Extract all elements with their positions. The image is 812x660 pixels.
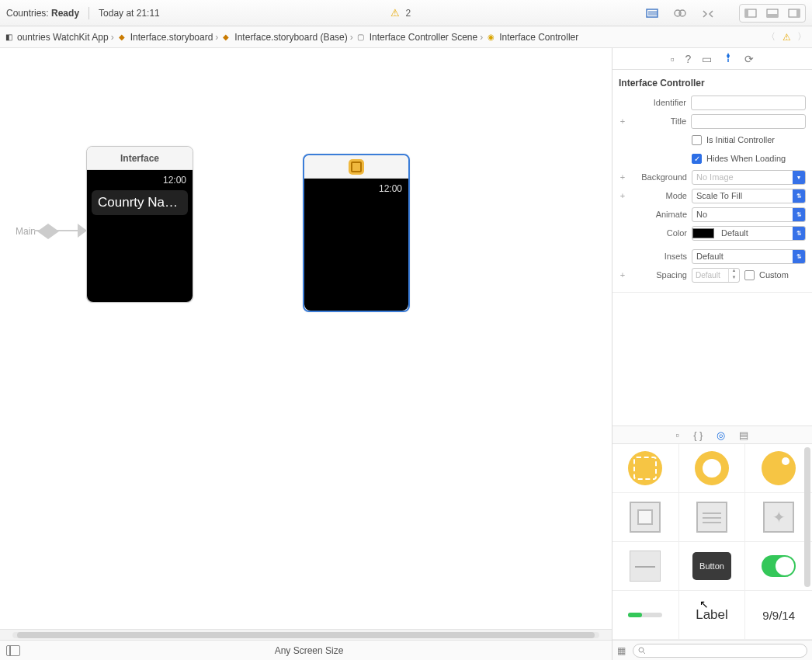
mode-label: Mode bbox=[631, 191, 687, 200]
svg-rect-0 bbox=[647, 9, 658, 17]
lib-separator[interactable] bbox=[612, 542, 679, 591]
background-label: Background bbox=[631, 172, 687, 182]
grid-view-toggle[interactable]: ▦ bbox=[617, 645, 628, 656]
assistant-editor-button[interactable] bbox=[669, 5, 691, 22]
library-scrollbar[interactable] bbox=[804, 447, 810, 587]
breadcrumb: ◧ountries WatchKit App › ◆Interface.stor… bbox=[0, 26, 812, 48]
is-initial-checkbox[interactable] bbox=[692, 135, 702, 145]
interface-scene-selected[interactable]: 12:00 bbox=[303, 154, 410, 312]
toggle-debug-area-button[interactable] bbox=[762, 5, 783, 21]
scene-titlebar[interactable] bbox=[304, 155, 408, 179]
toggle-navigator-button[interactable] bbox=[741, 5, 761, 21]
crumb-controller[interactable]: ◉Interface Controller bbox=[485, 32, 578, 43]
add-variation-button[interactable]: + bbox=[619, 116, 626, 126]
lib-label[interactable]: Label bbox=[679, 591, 746, 640]
attributes-inspector: Interface Controller Identifier + Title … bbox=[612, 70, 812, 293]
code-snippet-tab[interactable]: { } bbox=[693, 429, 703, 441]
lib-date[interactable]: 9/9/14 bbox=[745, 591, 812, 640]
file-template-tab[interactable]: ▫ bbox=[676, 429, 680, 441]
standard-editor-button[interactable] bbox=[641, 5, 663, 22]
toolbar: Countries: Ready Today at 21:11 ⚠ 2 bbox=[0, 0, 812, 26]
breadcrumb-nav: 〈 ⚠ 〉 bbox=[764, 30, 809, 43]
entry-label: Main bbox=[16, 226, 36, 237]
section-heading: Interface Controller bbox=[619, 75, 806, 93]
svg-point-5 bbox=[679, 10, 685, 16]
chevron-icon: › bbox=[215, 32, 218, 43]
inspector-tabs: ▫ ? ▭ ⟳ bbox=[612, 48, 812, 70]
add-variation-button[interactable]: + bbox=[619, 172, 626, 182]
history-forward-button[interactable]: 〉 bbox=[795, 30, 809, 43]
identifier-label: Identifier bbox=[631, 98, 686, 107]
warning-count[interactable]: 2 bbox=[406, 8, 411, 19]
crumb-scene[interactable]: ▢Interface Controller Scene bbox=[356, 32, 477, 43]
warning-icon[interactable]: ⚠ bbox=[390, 7, 400, 19]
build-status: Countries: Ready bbox=[6, 8, 79, 19]
svg-rect-9 bbox=[767, 14, 778, 17]
lib-switch[interactable] bbox=[745, 542, 812, 591]
attributes-inspector-tab[interactable] bbox=[723, 52, 734, 65]
file-inspector-tab[interactable]: ▫ bbox=[671, 53, 675, 65]
animate-label: Animate bbox=[631, 210, 687, 219]
interface-scene-main[interactable]: Interface 12:00 Counrty Na… bbox=[86, 146, 193, 303]
size-inspector-tab[interactable]: ⟳ bbox=[744, 53, 754, 65]
identifier-field[interactable] bbox=[691, 96, 806, 110]
insets-select[interactable]: Default⇅ bbox=[692, 249, 806, 264]
object-library[interactable]: Button Label 9/9/14 ↖ bbox=[612, 444, 812, 640]
is-initial-label: Is Initial Controller bbox=[706, 135, 775, 144]
crumb-app[interactable]: ◧ountries WatchKit App bbox=[3, 32, 109, 43]
custom-checkbox[interactable] bbox=[744, 270, 755, 280]
storyboard-icon: ◆ bbox=[116, 32, 127, 43]
quick-help-tab[interactable]: ? bbox=[685, 53, 692, 65]
horizontal-scrollbar[interactable] bbox=[0, 629, 612, 640]
status-time: 12:00 bbox=[92, 173, 188, 189]
media-library-tab[interactable]: ▤ bbox=[739, 429, 748, 441]
lib-image[interactable] bbox=[745, 493, 812, 542]
storyboard-canvas[interactable]: Main Interface 12:00 Counrty Na… bbox=[0, 48, 612, 629]
size-class-control[interactable]: Any Screen Size bbox=[26, 645, 592, 656]
table-row-cell[interactable]: Counrty Na… bbox=[92, 190, 188, 215]
crumb-storyboard[interactable]: ◆Interface.storyboard bbox=[116, 32, 213, 43]
title-label: Title bbox=[631, 116, 686, 126]
add-variation-button[interactable]: + bbox=[619, 191, 626, 200]
library-search-input[interactable] bbox=[633, 644, 807, 658]
watch-screen[interactable]: 12:00 bbox=[304, 179, 408, 311]
status-time: 12:00 bbox=[309, 182, 404, 197]
scene-title: Interface bbox=[87, 147, 193, 170]
animate-select[interactable]: No⇅ bbox=[692, 207, 806, 222]
svg-rect-11 bbox=[796, 9, 800, 17]
scene-icon: ▢ bbox=[356, 32, 366, 43]
document-outline-toggle[interactable] bbox=[6, 645, 20, 656]
interface-controller-icon[interactable] bbox=[349, 159, 364, 175]
issues-button[interactable]: ⚠ bbox=[779, 32, 793, 43]
watch-screen[interactable]: 12:00 Counrty Na… bbox=[87, 170, 193, 302]
utilities-panel: ▫ ? ▭ ⟳ Interface Controller Identifier … bbox=[612, 48, 812, 660]
spacing-label: Spacing bbox=[631, 270, 687, 280]
title-field[interactable] bbox=[691, 114, 806, 129]
identity-inspector-tab[interactable]: ▭ bbox=[702, 53, 712, 65]
spacing-stepper[interactable]: Default▲▼ bbox=[692, 268, 740, 283]
insets-label: Insets bbox=[631, 252, 687, 261]
color-select[interactable]: Default⇅ bbox=[692, 226, 806, 241]
lib-interface-controller[interactable] bbox=[612, 444, 679, 493]
toggle-utilities-button[interactable] bbox=[784, 5, 804, 21]
history-back-button[interactable]: 〈 bbox=[764, 30, 778, 43]
canvas-footer: Any Screen Size bbox=[0, 640, 612, 660]
svg-rect-6 bbox=[745, 9, 756, 17]
hides-loading-checkbox[interactable]: ✓ bbox=[692, 154, 702, 164]
lib-button[interactable]: Button bbox=[679, 542, 746, 591]
entry-point-arrow[interactable]: Main bbox=[16, 224, 59, 239]
crumb-base[interactable]: ◆Interface.storyboard (Base) bbox=[220, 32, 347, 43]
background-select[interactable]: No Image▾ bbox=[692, 170, 806, 185]
lib-group[interactable] bbox=[612, 493, 679, 542]
add-variation-button[interactable]: + bbox=[619, 270, 626, 280]
lib-glance-controller[interactable] bbox=[679, 444, 746, 493]
lib-table[interactable] bbox=[679, 493, 746, 542]
chevron-icon: › bbox=[111, 32, 114, 43]
color-label: Color bbox=[631, 228, 687, 238]
controller-icon: ◉ bbox=[485, 32, 496, 43]
version-editor-button[interactable] bbox=[697, 5, 719, 22]
lib-slider[interactable] bbox=[612, 591, 679, 640]
mode-select[interactable]: Scale To Fill⇅ bbox=[692, 189, 806, 203]
lib-notification-controller[interactable] bbox=[745, 444, 812, 493]
object-library-tab[interactable]: ◎ bbox=[717, 429, 725, 441]
